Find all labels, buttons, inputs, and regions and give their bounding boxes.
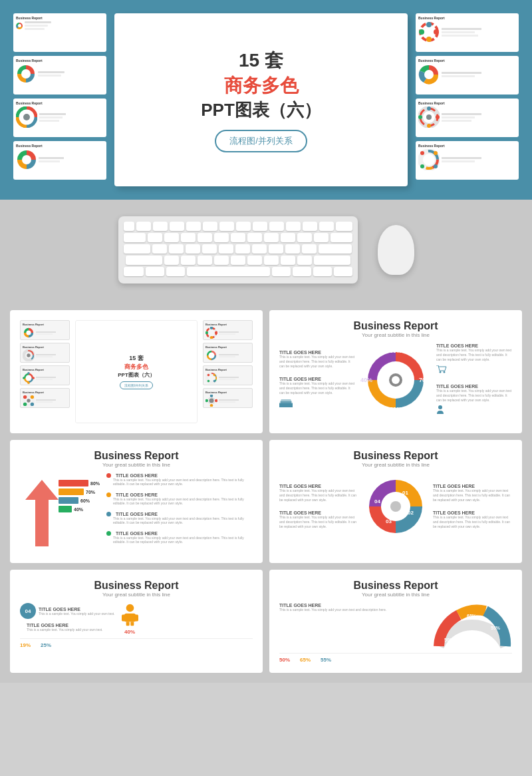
svg-point-34: [27, 372, 30, 375]
main-title-line3: PPT图表（六）: [201, 98, 321, 122]
main-badge: 流程图/并列关系: [215, 130, 307, 152]
panel4-title: Business Report: [279, 450, 512, 462]
right-slide-column: Business Report: [416, 13, 519, 180]
mini-slide-r2[interactable]: Business Report: [203, 343, 253, 363]
svg-point-23: [434, 151, 438, 155]
puzzle-ring-chart: 01 02 03 04: [362, 473, 429, 540]
svg-point-49: [205, 331, 208, 335]
svg-point-6: [426, 22, 432, 27]
svg-point-15: [427, 124, 431, 128]
svg-point-3: [23, 114, 30, 120]
svg-point-77: [438, 405, 442, 409]
svg-point-74: [392, 376, 400, 384]
panel2-label-br: TITLE GOES HERE This is a sample text. Y…: [436, 384, 512, 417]
panel3-title: Business Report: [20, 450, 253, 462]
svg-point-59: [207, 380, 210, 383]
svg-point-68: [209, 398, 213, 403]
svg-text:50%: 50%: [444, 638, 454, 642]
mini-slide-r1[interactable]: Business Report: [203, 320, 253, 340]
svg-point-75: [440, 371, 442, 373]
svg-rect-90: [130, 622, 134, 626]
panel-donut-chart: Business Report Your great subtitle in t…: [269, 310, 522, 433]
svg-point-26: [426, 156, 432, 163]
top-presentation-preview: Business Report Business Report: [0, 0, 532, 200]
panel5-title: Business Report: [20, 580, 253, 592]
panel2-subtitle: Your great subtitle in this line: [279, 332, 512, 338]
mini-slide-4[interactable]: Business Report: [20, 388, 70, 408]
svg-point-24: [434, 164, 438, 168]
svg-point-61: [215, 399, 217, 403]
svg-point-63: [205, 399, 208, 403]
slide-thumb-1[interactable]: Business Report: [13, 13, 106, 52]
panel4-label-tl: TITLE GOES HERE This is a sample text. Y…: [279, 484, 358, 502]
svg-point-62: [210, 404, 213, 407]
svg-point-85: [126, 604, 134, 612]
svg-point-37: [23, 377, 25, 379]
slide-thumb-r4[interactable]: Business Report: [416, 141, 519, 180]
main-title-line1: 15 套: [239, 47, 283, 73]
left-slide-column: Business Report Business Report: [13, 13, 106, 180]
slide-thumb-r2[interactable]: Business Report: [416, 56, 519, 95]
svg-text:55%: 55%: [491, 626, 501, 630]
panel4-label-br: TITLE GOES HERE This is a sample text. Y…: [433, 510, 512, 529]
main-title-line2: 商务多色: [224, 73, 299, 98]
svg-point-58: [213, 380, 216, 383]
panel-puzzle-chart: Business Report Your great subtitle in t…: [269, 440, 522, 563]
svg-point-46: [210, 327, 213, 329]
mini-center-badge: 流程图/并列关系: [120, 381, 153, 389]
svg-rect-87: [122, 615, 126, 622]
center-main-slide: 15 套 商务多色 PPT图表（六） 流程图/并列关系: [114, 13, 408, 186]
svg-point-56: [207, 374, 210, 377]
svg-point-25: [420, 164, 424, 168]
panel6-subtitle: Your great subtitle in this line: [279, 592, 512, 598]
svg-point-28: [26, 330, 31, 335]
svg-rect-69: [279, 403, 293, 407]
mini-slide-2[interactable]: Business Report: [20, 343, 70, 363]
slide-thumb-2[interactable]: Business Report: [13, 56, 106, 95]
svg-point-35: [32, 377, 35, 379]
svg-point-41: [31, 403, 34, 406]
panel5-subtitle: Your great subtitle in this line: [20, 592, 253, 598]
slide-thumb-r1[interactable]: Business Report: [416, 13, 519, 52]
mini-slide-r3[interactable]: Business Report: [203, 365, 253, 385]
svg-point-57: [213, 374, 216, 377]
panel-mini-slides: Business Report: [10, 310, 263, 433]
svg-text:02: 02: [408, 510, 414, 516]
svg-text:65%: 65%: [467, 614, 477, 618]
mini-slide-1[interactable]: Business Report: [20, 320, 70, 340]
panel6-title: Business Report: [279, 580, 512, 592]
donut-chart-center: 50% 70% 50% 40%: [359, 343, 432, 417]
svg-rect-86: [124, 614, 136, 622]
svg-point-36: [27, 381, 30, 384]
keyboard: [118, 216, 358, 284]
svg-point-22: [420, 151, 424, 155]
panel2-label-tl: TITLE GOES HERE This is a sample text. Y…: [279, 350, 355, 369]
panel4-label-tr: TITLE GOES HERE This is a sample text. Y…: [433, 484, 512, 502]
svg-point-84: [390, 501, 401, 512]
panel2-label-tr: TITLE GOES HERE This is a sample text. Y…: [436, 343, 512, 376]
slide-thumb-3[interactable]: Business Report: [13, 98, 106, 137]
slide-thumb-r3[interactable]: Business Report: [416, 98, 519, 137]
bottom-panel-grid: Business Report: [0, 300, 532, 683]
panel-bottom-right: Business Report Your great subtitle in t…: [269, 570, 522, 673]
panel2-title: Business Report: [279, 320, 512, 332]
panel4-label-bl: TITLE GOES HERE This is a sample text. Y…: [279, 510, 358, 529]
svg-point-13: [427, 106, 431, 110]
svg-point-76: [444, 371, 446, 373]
svg-point-9: [419, 29, 424, 35]
mini-slide-r4[interactable]: Business Report: [203, 388, 253, 408]
svg-point-7: [434, 29, 439, 35]
svg-point-16: [418, 115, 422, 119]
svg-point-10: [424, 70, 434, 79]
svg-point-60: [210, 395, 213, 397]
svg-point-4: [22, 155, 31, 164]
bar-chart-labels: TITLE GOES HERE This is a sample text. Y…: [106, 473, 253, 544]
mini-slide-3[interactable]: Business Report: [20, 365, 70, 385]
svg-point-14: [436, 115, 440, 119]
svg-text:04: 04: [374, 498, 380, 504]
svg-rect-88: [134, 615, 138, 622]
svg-point-32: [27, 353, 30, 357]
panel-bottom-left: Business Report Your great subtitle in t…: [10, 570, 263, 673]
slide-thumb-4[interactable]: Business Report: [13, 141, 106, 180]
arrow-bar-chart: 80% 70% 60% 40%: [20, 473, 100, 546]
